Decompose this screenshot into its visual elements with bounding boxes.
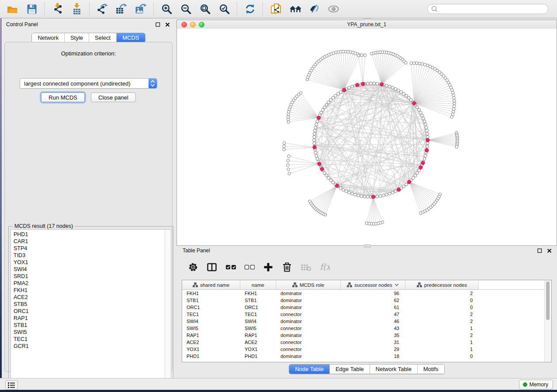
close-panel-button[interactable]: Close panel <box>91 93 136 102</box>
search-input[interactable] <box>438 5 548 13</box>
network-titlebar[interactable]: YPA_prune.txt_1 <box>177 20 557 29</box>
table-row[interactable]: STB1STB1dominator620 <box>182 297 544 304</box>
list-item[interactable]: RAP1 <box>14 315 165 322</box>
network-canvas[interactable] <box>177 29 557 245</box>
dropdown-value: largest connected component (undirected) <box>20 80 149 87</box>
memory-button[interactable]: Memory <box>519 380 553 389</box>
refresh-layout-icon[interactable] <box>244 3 256 15</box>
status-bar: Memory <box>0 378 557 390</box>
delete-columns-icon[interactable] <box>282 262 292 272</box>
mcds-list-scrollbar[interactable] <box>165 230 171 386</box>
cell-mcds-role: connector <box>276 325 341 332</box>
cell-shared-name: ACE2 <box>182 339 240 346</box>
list-item[interactable]: ACE2 <box>14 294 165 301</box>
list-item[interactable]: FKH1 <box>14 287 165 294</box>
show-hidden-icon <box>328 3 339 15</box>
float-icon[interactable] <box>155 22 160 27</box>
list-item[interactable]: PHD1 <box>14 231 165 238</box>
table-row[interactable]: ACE2ACE2connector311 <box>182 339 544 346</box>
add-column-icon[interactable] <box>263 262 273 272</box>
column-label: successor nodes <box>354 282 392 288</box>
network-window: YPA_prune.txt_1 <box>176 20 557 246</box>
list-item[interactable]: GCR1 <box>14 343 165 350</box>
cell-predecessor-nodes: 1 <box>405 325 479 332</box>
export-table-icon[interactable] <box>116 3 128 15</box>
column-label: name <box>252 282 264 288</box>
deselect-all-icon[interactable] <box>244 262 255 272</box>
list-item[interactable]: SRD1 <box>14 273 165 280</box>
list-item[interactable]: PMA2 <box>14 280 165 287</box>
table-row[interactable]: RAP1RAP1dominator352 <box>182 332 544 339</box>
table-scrollbar[interactable] <box>544 280 551 362</box>
tab-select[interactable]: Select <box>89 33 116 42</box>
tab-style[interactable]: Style <box>64 33 89 42</box>
list-item[interactable]: STB1 <box>14 322 165 329</box>
table-row[interactable]: TEC1TEC1connector472 <box>182 311 544 318</box>
list-item[interactable]: TID3 <box>14 252 165 259</box>
task-history-button[interactable] <box>5 380 18 390</box>
zoom-in-icon[interactable] <box>161 3 173 15</box>
zoom-fit-icon[interactable] <box>199 3 211 15</box>
zoom-selected-icon[interactable] <box>218 3 230 15</box>
table-scrollbar-thumb[interactable] <box>546 282 550 320</box>
export-network-icon[interactable] <box>97 3 108 15</box>
cell-predecessor-nodes: 1 <box>405 339 479 346</box>
table-row[interactable]: SWI4SWI4dominator462 <box>182 318 544 325</box>
cell-mcds-role: connector <box>276 311 341 318</box>
open-session-icon[interactable] <box>7 3 18 15</box>
import-table-icon[interactable] <box>71 3 83 15</box>
list-item[interactable]: SWI4 <box>14 266 165 273</box>
network-home-icon[interactable] <box>289 3 301 15</box>
cell-predecessor-nodes: 0 <box>405 297 479 304</box>
zoom-out-icon[interactable] <box>180 3 192 15</box>
optimization-dropdown[interactable]: largest connected component (undirected) <box>20 78 157 89</box>
table-options-icon[interactable] <box>188 262 198 272</box>
close-icon[interactable] <box>165 22 170 27</box>
table-row[interactable]: PHD1PHD1dominator180 <box>182 353 544 360</box>
list-item[interactable]: ORC1 <box>14 308 165 315</box>
network-graph[interactable] <box>177 29 557 245</box>
clone-network-icon[interactable] <box>270 3 282 15</box>
cell-mcds-role: dominator <box>276 332 341 339</box>
export-image-icon[interactable] <box>135 3 147 15</box>
list-item[interactable]: SWI5 <box>14 329 165 336</box>
table-tab-motifs[interactable]: Motifs <box>417 364 444 374</box>
tab-network[interactable]: Network <box>32 33 64 42</box>
close-icon[interactable] <box>547 248 552 253</box>
column-header-mcds-role[interactable]: MCDS role <box>276 280 341 289</box>
run-mcds-button[interactable]: Run MCDS <box>41 93 85 102</box>
cell-name: TEC1 <box>240 311 276 318</box>
search-box[interactable] <box>427 4 548 14</box>
toolbar-group <box>238 3 263 15</box>
column-label: shared name <box>200 282 229 288</box>
table-row[interactable]: SWI5SWI5connector431 <box>182 325 544 332</box>
list-item[interactable]: TEC1 <box>14 336 165 343</box>
table-tab-node-table[interactable]: Node Table <box>289 364 329 374</box>
table-tab-edge-table[interactable]: Edge Table <box>329 364 370 374</box>
sort-icon <box>394 283 399 286</box>
list-item[interactable]: YOX1 <box>14 259 165 266</box>
mcds-buttons-row: Run MCDS Close panel <box>5 93 172 102</box>
table-row[interactable]: FKH1FKH1dominator962 <box>182 290 544 297</box>
select-all-icon[interactable] <box>225 262 236 272</box>
save-session-icon[interactable] <box>26 3 38 15</box>
network-nodes <box>283 50 459 225</box>
hide-panels-icon[interactable] <box>308 3 320 15</box>
table-tab-network-table[interactable]: Network Table <box>370 364 417 374</box>
column-header-successor-nodes[interactable]: successor nodes <box>341 280 405 289</box>
show-columns-icon[interactable] <box>207 262 217 272</box>
column-header-name[interactable]: name <box>240 280 276 289</box>
list-item[interactable]: STP4 <box>14 245 165 252</box>
table-row[interactable]: ORC1ORC1dominator610 <box>182 304 544 311</box>
tab-mcds[interactable]: MCDS <box>116 33 145 42</box>
dropdown-stepper-icon <box>149 79 157 88</box>
column-header-predecessor-nodes[interactable]: predecessor nodes <box>405 280 479 289</box>
list-item[interactable]: STB5 <box>14 301 165 308</box>
import-network-icon[interactable] <box>52 3 63 15</box>
column-header-shared-name[interactable]: shared name <box>182 280 240 289</box>
float-icon[interactable] <box>537 248 542 253</box>
list-item[interactable]: CAR1 <box>14 238 165 245</box>
cell-shared-name: SWI5 <box>182 325 240 332</box>
cell-mcds-role: dominator <box>276 353 341 360</box>
table-row[interactable]: YOX1YOX1connector291 <box>182 346 544 353</box>
